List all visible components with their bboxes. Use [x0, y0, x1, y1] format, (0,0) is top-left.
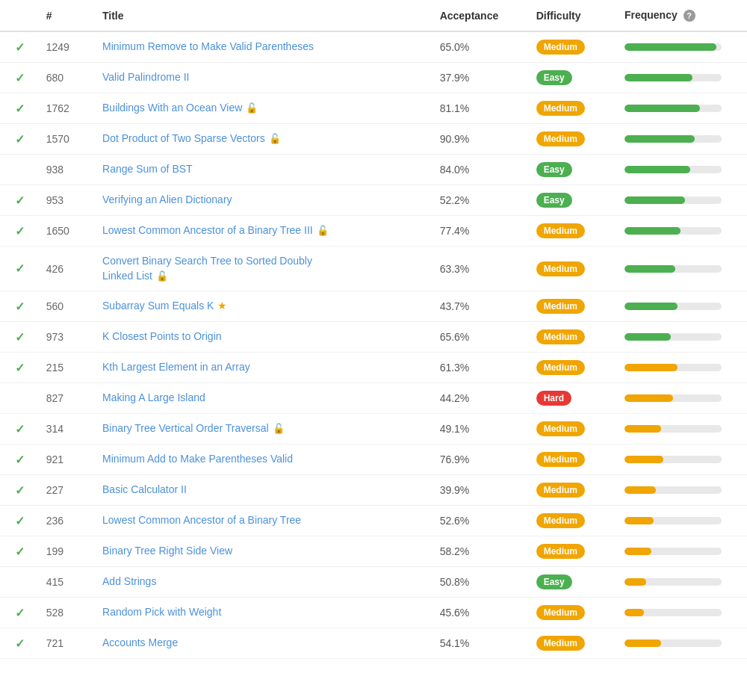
problem-title-link[interactable]: Binary Tree Vertical Order Traversal🔓: [102, 421, 285, 436]
row-number: 973: [40, 322, 96, 353]
frequency-bar-container: [624, 227, 722, 235]
check-mark-icon: ✓: [15, 194, 25, 207]
table-container: # Title Acceptance Difficulty Frequency …: [0, 0, 747, 659]
lock-icon: 🔓: [317, 224, 329, 238]
row-check-cell: ✓: [0, 445, 40, 475]
row-acceptance: 90.9%: [434, 124, 530, 155]
problem-title-link[interactable]: Accounts Merge: [102, 636, 178, 651]
row-number: 1762: [40, 93, 96, 124]
row-frequency-cell: [619, 185, 747, 216]
row-title-cell: Subarray Sum Equals K★: [96, 291, 434, 322]
problem-title-link[interactable]: Kth Largest Element in an Array: [102, 360, 250, 375]
frequency-bar: [624, 265, 675, 273]
problem-title-link[interactable]: Convert Binary Search Tree to Sorted Dou…: [102, 254, 428, 269]
row-frequency-cell: [619, 63, 747, 93]
problem-title-link[interactable]: Verifying an Alien Dictionary: [102, 193, 232, 208]
row-number: 938: [40, 155, 96, 185]
table-row: ✓528Random Pick with Weight45.6%Medium: [0, 598, 747, 628]
row-difficulty-cell: Medium: [530, 216, 619, 247]
col-header-check: [0, 0, 40, 31]
problem-title-link[interactable]: Add Strings: [102, 574, 156, 589]
row-frequency-cell: [619, 445, 747, 475]
row-frequency-cell: [619, 291, 747, 322]
row-number: 1249: [40, 31, 96, 63]
problem-title-link[interactable]: Lowest Common Ancestor of a Binary Tree …: [102, 223, 329, 238]
frequency-bar: [624, 425, 661, 433]
row-number: 314: [40, 414, 96, 445]
row-frequency-cell: [619, 353, 747, 383]
table-row: ✓227Basic Calculator II39.9%Medium: [0, 475, 747, 506]
table-row: ✓953Verifying an Alien Dictionary52.2%Ea…: [0, 185, 747, 216]
frequency-help-icon[interactable]: ?: [684, 10, 695, 22]
row-frequency-cell: [619, 628, 747, 659]
frequency-bar: [624, 105, 700, 112]
row-acceptance: 81.1%: [434, 93, 530, 124]
difficulty-badge: Easy: [536, 70, 572, 85]
row-title-cell: Basic Calculator II: [96, 475, 434, 506]
problem-title-link-cont[interactable]: Linked List: [102, 269, 152, 284]
row-check-cell: ✓: [0, 598, 40, 628]
frequency-bar: [624, 517, 654, 524]
table-row: ✓426Convert Binary Search Tree to Sorted…: [0, 247, 747, 291]
problem-title-link[interactable]: Dot Product of Two Sparse Vectors🔓: [102, 131, 281, 146]
problem-title-link[interactable]: Buildings With an Ocean View🔓: [102, 101, 258, 116]
row-acceptance: 61.3%: [434, 353, 530, 383]
problem-title-link[interactable]: Binary Tree Right Side View: [102, 544, 232, 559]
frequency-bar-container: [624, 486, 722, 494]
problem-title-link[interactable]: K Closest Points to Origin: [102, 329, 222, 344]
row-title-cell: Minimum Add to Make Parentheses Valid: [96, 445, 434, 475]
row-title-cell: Verifying an Alien Dictionary: [96, 185, 434, 216]
row-number: 227: [40, 475, 96, 506]
row-acceptance: 65.6%: [434, 322, 530, 353]
row-title-cell: Lowest Common Ancestor of a Binary Tree: [96, 506, 434, 536]
row-frequency-cell: [619, 31, 747, 63]
difficulty-badge: Medium: [536, 360, 585, 375]
frequency-bar-container: [624, 517, 722, 524]
lock-icon: 🔓: [246, 102, 258, 115]
check-mark-icon: ✓: [15, 423, 25, 436]
frequency-bar: [624, 333, 671, 341]
problem-title-link[interactable]: Minimum Remove to Make Valid Parentheses: [102, 40, 314, 55]
difficulty-badge: Medium: [536, 513, 585, 528]
row-check-cell: ✓: [0, 353, 40, 383]
frequency-bar-container: [624, 548, 722, 555]
frequency-bar: [624, 364, 678, 371]
problem-title-link[interactable]: Lowest Common Ancestor of a Binary Tree: [102, 513, 301, 528]
row-acceptance: 63.3%: [434, 247, 530, 291]
frequency-bar-container: [624, 196, 722, 204]
frequency-label: Frequency: [624, 9, 678, 21]
difficulty-badge: Medium: [536, 329, 585, 344]
row-difficulty-cell: Medium: [530, 31, 619, 63]
row-number: 921: [40, 445, 96, 475]
problem-title-link[interactable]: Basic Calculator II: [102, 483, 187, 498]
row-check-cell: [0, 155, 40, 185]
row-difficulty-cell: Medium: [530, 536, 619, 567]
row-number: 215: [40, 353, 96, 383]
frequency-bar: [624, 74, 692, 81]
row-check-cell: ✓: [0, 506, 40, 536]
problem-title-link[interactable]: Valid Palindrome II: [102, 70, 189, 85]
frequency-bar-container: [624, 43, 722, 51]
row-title-cell: Dot Product of Two Sparse Vectors🔓: [96, 124, 434, 155]
row-title-cell: Accounts Merge: [96, 628, 434, 659]
row-frequency-cell: [619, 414, 747, 445]
row-difficulty-cell: Hard: [530, 383, 619, 414]
check-mark-icon: ✓: [15, 41, 25, 54]
frequency-bar-container: [624, 333, 722, 341]
row-frequency-cell: [619, 383, 747, 414]
difficulty-badge: Easy: [536, 162, 572, 177]
row-title-cell: Binary Tree Right Side View: [96, 536, 434, 567]
difficulty-badge: Hard: [536, 391, 571, 406]
row-acceptance: 49.1%: [434, 414, 530, 445]
problem-title-link[interactable]: Subarray Sum Equals K★: [102, 299, 227, 314]
row-frequency-cell: [619, 216, 747, 247]
check-mark-icon: ✓: [15, 225, 25, 238]
problem-title-link[interactable]: Minimum Add to Make Parentheses Valid: [102, 452, 293, 467]
problem-title-link[interactable]: Range Sum of BST: [102, 162, 193, 177]
row-difficulty-cell: Medium: [530, 445, 619, 475]
col-header-difficulty: Difficulty: [530, 0, 619, 31]
row-acceptance: 37.9%: [434, 63, 530, 93]
problem-title-link[interactable]: Making A Large Island: [102, 391, 205, 406]
row-acceptance: 52.6%: [434, 506, 530, 536]
problem-title-link[interactable]: Random Pick with Weight: [102, 605, 221, 620]
